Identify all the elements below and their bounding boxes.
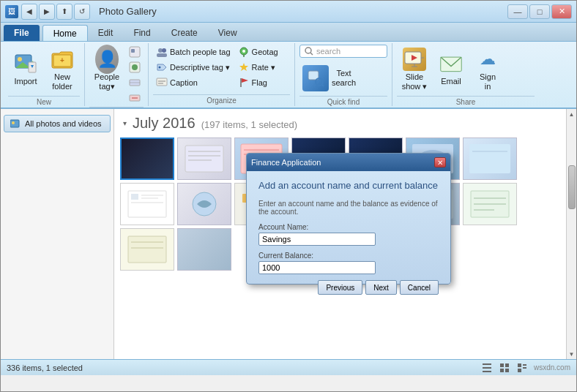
up-button[interactable]: ⬆: [56, 4, 72, 20]
window-controls: — □ ✕: [507, 4, 572, 19]
main-area: All photos and videos ▾ July 2016 (197 i…: [1, 109, 576, 359]
people-tag-label: Peopletag▾: [94, 72, 119, 91]
text-search-button[interactable]: Textsearch: [299, 62, 359, 94]
grid-view-icon[interactable]: [499, 362, 510, 374]
group-share: Slideshow ▾ Email ☁ Signin Share: [392, 43, 539, 106]
collapse-arrow[interactable]: ▾: [123, 119, 127, 127]
email-icon: [439, 52, 463, 75]
people-tag-button[interactable]: 👤 Peopletag▾: [89, 45, 124, 94]
thumbnail-8[interactable]: [120, 183, 174, 225]
tab-file[interactable]: File: [4, 25, 40, 41]
wsxdn-badge: wsxdn.com: [534, 363, 570, 372]
svg-point-16: [162, 48, 166, 53]
group-new-items: Import + Newfolder: [8, 45, 80, 94]
tab-find[interactable]: Find: [123, 25, 160, 41]
caption-label: Caption: [170, 78, 198, 87]
maximize-button[interactable]: □: [529, 4, 550, 19]
manage-btn-2[interactable]: [126, 60, 144, 75]
title-bar: 🖼 ◀ ▶ ⬆ ↺ Photo Gallery — □ ✕: [1, 1, 576, 23]
dialog-body: Add an account name and current balance …: [247, 171, 450, 304]
cancel-button[interactable]: Cancel: [400, 280, 439, 295]
forward-button[interactable]: ▶: [39, 4, 55, 20]
svg-point-1: [18, 57, 22, 61]
tab-edit[interactable]: Edit: [88, 25, 124, 41]
sidebar: All photos and videos: [1, 109, 114, 359]
flag-icon: [238, 77, 250, 88]
detail-view-icon[interactable]: [516, 362, 528, 374]
scroll-up-arrow[interactable]: ▲: [567, 109, 577, 119]
caption-button[interactable]: Caption: [153, 75, 234, 90]
group-quick-find: search Textsearch Quick find: [295, 43, 392, 106]
minimize-button[interactable]: —: [507, 4, 528, 19]
tab-home[interactable]: Home: [42, 25, 88, 41]
all-photos-button[interactable]: All photos and videos: [4, 115, 111, 132]
slideshow-button[interactable]: Slideshow ▾: [397, 45, 432, 94]
cloud-label: Signin: [480, 72, 496, 91]
scroll-down-arrow[interactable]: ▼: [567, 349, 577, 359]
title-bar-left: 🖼 ◀ ▶ ⬆ ↺ Photo Gallery: [5, 4, 157, 20]
manage-btn-3[interactable]: [126, 75, 144, 90]
import-button[interactable]: Import: [8, 45, 43, 94]
next-button[interactable]: Next: [365, 280, 397, 295]
group-share-label: Share: [397, 96, 535, 106]
rate-button[interactable]: Rate ▾: [235, 60, 290, 75]
text-search-label: Textsearch: [332, 69, 356, 88]
back-button[interactable]: ◀: [21, 4, 37, 20]
svg-rect-40: [10, 120, 19, 127]
scroll-thumb[interactable]: [568, 165, 576, 209]
dialog-field-account: Account Name:: [258, 223, 439, 246]
batch-people-tag-button[interactable]: Batch people tag: [153, 45, 234, 59]
close-button[interactable]: ✕: [551, 4, 572, 19]
previous-button[interactable]: Previous: [318, 280, 362, 295]
tab-view[interactable]: View: [208, 25, 247, 41]
slideshow-icon: [403, 48, 426, 71]
thumbnail-16[interactable]: [177, 228, 231, 271]
current-balance-input[interactable]: [258, 261, 376, 274]
email-button[interactable]: Email: [433, 45, 469, 94]
thumbnail-14[interactable]: [463, 183, 517, 225]
geotag-label: Geotag: [252, 48, 278, 56]
dialog-close-button[interactable]: ✕: [434, 157, 446, 167]
thumbnail-9[interactable]: [177, 183, 231, 225]
svg-line-33: [322, 85, 324, 86]
month-info: (197 items, 1 selected): [201, 119, 298, 130]
dialog-window: Finance Application ✕ Add an account nam…: [246, 153, 451, 284]
thumbnail-15[interactable]: [120, 228, 174, 271]
new-folder-button[interactable]: + Newfolder: [45, 45, 80, 94]
refresh-button[interactable]: ↺: [74, 4, 90, 20]
thumbnail-1[interactable]: [120, 137, 174, 180]
tab-create[interactable]: Create: [161, 25, 208, 41]
slideshow-label: Slideshow ▾: [402, 72, 428, 91]
thumbnail-7[interactable]: [463, 137, 517, 180]
nav-buttons: ◀ ▶ ⬆ ↺: [21, 4, 90, 20]
text-search-icon: [302, 65, 329, 91]
svg-point-41: [12, 121, 15, 124]
geotag-button[interactable]: Geotag: [235, 45, 290, 59]
svg-line-30: [310, 53, 313, 55]
group-manage: 👤 Peopletag▾: [85, 43, 149, 106]
descriptive-tag-label: Descriptive tag ▾: [170, 63, 230, 72]
dialog-heading: Add an account name and current balance: [258, 180, 439, 191]
svg-rect-83: [505, 369, 509, 372]
batch-people-icon: [156, 46, 168, 58]
organize-left-col: Batch people tag Descriptive tag ▾ Capti…: [153, 45, 234, 90]
flag-button[interactable]: Flag: [235, 75, 290, 90]
manage-btn-4[interactable]: [126, 91, 144, 105]
import-icon: [14, 52, 37, 75]
ribbon: File Home Edit Find Create View: [1, 23, 576, 109]
manage-icon-3: [129, 77, 141, 88]
cloud-button[interactable]: ☁ Signin: [470, 45, 505, 94]
dialog-title: Finance Application: [251, 158, 321, 167]
group-share-items: Slideshow ▾ Email ☁ Signin: [397, 45, 535, 94]
search-icon: [305, 47, 313, 56]
thumbnail-2[interactable]: [177, 137, 231, 180]
photos-icon: [10, 118, 21, 129]
manage-btn-1[interactable]: [126, 45, 144, 59]
svg-rect-51: [469, 144, 510, 173]
scroll-track[interactable]: [567, 119, 576, 349]
new-folder-label: Newfolder: [52, 72, 72, 91]
descriptive-tag-button[interactable]: Descriptive tag ▾: [153, 60, 234, 75]
account-name-input[interactable]: [258, 233, 376, 246]
scrollbar[interactable]: ▲ ▼: [566, 109, 576, 359]
list-view-icon[interactable]: [481, 362, 493, 374]
